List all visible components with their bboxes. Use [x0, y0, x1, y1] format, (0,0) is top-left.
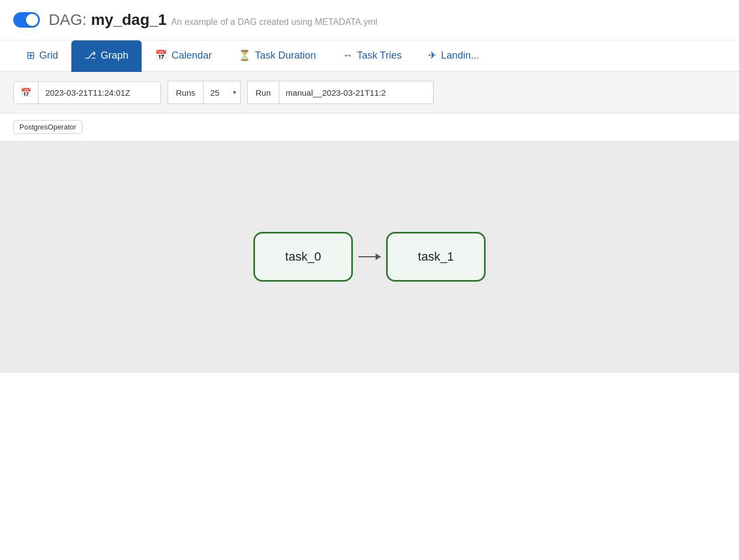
calendar-picker-icon[interactable]: 📅	[14, 82, 39, 103]
dag-prefix-label: DAG:	[49, 11, 86, 29]
tab-graph[interactable]: ⎇ Graph	[71, 40, 142, 72]
tab-landing[interactable]: ✈ Landin...	[415, 40, 492, 72]
tab-grid[interactable]: ⊞ Grid	[13, 40, 71, 72]
grid-icon: ⊞	[27, 49, 35, 61]
legend-bar: PostgresOperator	[0, 113, 739, 141]
dag-title: DAG: my_dag_1 An example of a DAG create…	[49, 11, 377, 29]
tab-graph-label: Graph	[101, 50, 128, 61]
landing-icon: ✈	[428, 49, 436, 61]
dag-graph: task_0 task_1	[253, 232, 486, 282]
runs-select-wrapper: 25 10 50 100	[203, 81, 241, 104]
runs-group: Runs 25 10 50 100	[168, 81, 241, 104]
dag-node-task0-label: task_0	[285, 250, 321, 264]
date-input[interactable]	[39, 82, 160, 103]
task-duration-icon: ⏳	[238, 49, 251, 61]
run-label: Run	[247, 81, 279, 104]
task-tries-icon: ↔	[342, 50, 352, 61]
arrow-line	[358, 256, 381, 257]
calendar-icon: 📅	[155, 49, 167, 61]
tab-task-duration-label: Task Duration	[255, 50, 316, 61]
tab-landing-label: Landin...	[441, 50, 479, 61]
runs-label: Runs	[168, 81, 203, 104]
nav-tabs: ⊞ Grid ⎇ Graph 📅 Calendar ⏳ Task Duratio…	[0, 40, 739, 72]
graph-icon: ⎇	[85, 49, 96, 61]
date-input-group: 📅	[13, 81, 161, 104]
legend-badge-postgres[interactable]: PostgresOperator	[13, 120, 82, 134]
graph-area: task_0 task_1	[0, 141, 739, 373]
tab-task-tries-label: Task Tries	[357, 50, 402, 61]
tab-grid-label: Grid	[39, 50, 58, 61]
dag-edge-task0-task1	[353, 256, 386, 257]
dag-node-task1[interactable]: task_1	[386, 232, 486, 282]
dag-name-label: my_dag_1	[91, 11, 166, 29]
runs-select[interactable]: 25 10 50 100	[203, 81, 241, 104]
dag-node-task0[interactable]: task_0	[253, 232, 353, 282]
dag-node-task1-label: task_1	[418, 250, 454, 264]
page-header: DAG: my_dag_1 An example of a DAG create…	[0, 0, 739, 40]
tab-task-tries[interactable]: ↔ Task Tries	[329, 41, 415, 72]
tab-task-duration[interactable]: ⏳ Task Duration	[225, 40, 329, 72]
toolbar: 📅 Runs 25 10 50 100 Run manual__2023-03-…	[0, 72, 739, 113]
run-value: manual__2023-03-21T11:2	[279, 81, 434, 104]
tab-calendar-label: Calendar	[171, 50, 212, 61]
dag-description-label: An example of a DAG created using METADA…	[171, 17, 377, 27]
tab-calendar[interactable]: 📅 Calendar	[142, 40, 225, 72]
dag-toggle[interactable]	[13, 12, 40, 28]
